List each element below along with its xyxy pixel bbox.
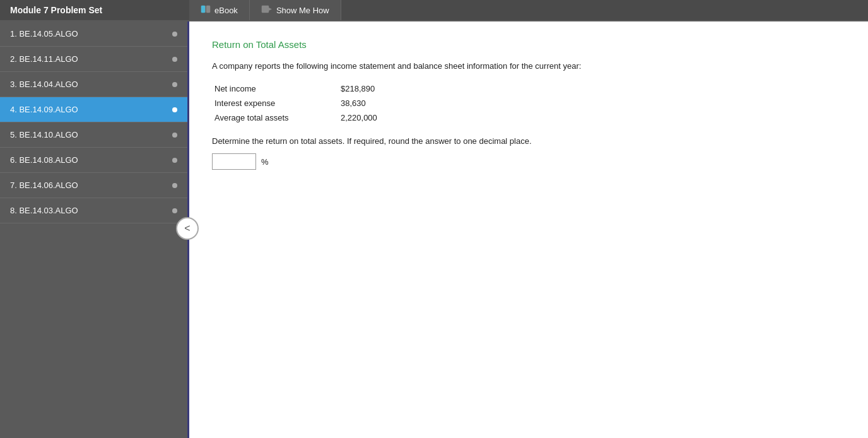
answer-row: % [212, 153, 845, 170]
sidebar-item-8-label: 8. BE.14.03.ALGO [10, 206, 78, 215]
sidebar-item-1-label: 1. BE.14.05.ALGO [10, 29, 78, 38]
sidebar-item-5-label: 5. BE.14.10.ALGO [10, 130, 78, 139]
sidebar-item-6-dot [172, 158, 177, 163]
tab-ebook-label: eBook [214, 6, 238, 15]
tab-show-me-how[interactable]: Show Me How [250, 0, 341, 20]
sidebar-item-3-label: 3. BE.14.04.ALGO [10, 80, 78, 89]
sidebar-item-8[interactable]: 8. BE.14.03.ALGO [0, 198, 187, 223]
tab-ebook[interactable]: eBook [189, 0, 250, 20]
data-label-3: Average total assets [214, 113, 341, 122]
sidebar-item-4-label: 4. BE.14.09.ALGO [10, 105, 78, 114]
svg-marker-4 [269, 8, 272, 11]
sidebar-item-4[interactable]: 4. BE.14.09.ALGO [0, 97, 187, 122]
svg-rect-3 [262, 6, 269, 13]
sidebar-item-3-dot [172, 82, 177, 87]
data-row-3: Average total assets 2,220,000 [214, 113, 845, 122]
data-value-3: 2,220,000 [341, 113, 404, 122]
answer-input[interactable] [212, 153, 256, 170]
svg-rect-0 [201, 6, 205, 13]
sidebar-item-4-dot [172, 107, 177, 112]
answer-unit: % [261, 157, 269, 167]
sidebar-item-2-dot [172, 57, 177, 62]
data-row-2: Interest expense 38,630 [214, 98, 845, 108]
sidebar: 1. BE.14.05.ALGO 2. BE.14.11.ALGO 3. BE.… [0, 21, 189, 438]
sidebar-item-7-dot [172, 183, 177, 188]
question-text: Determine the return on total assets. If… [212, 135, 845, 148]
data-value-2: 38,630 [341, 98, 404, 108]
sidebar-item-7[interactable]: 7. BE.14.06.ALGO [0, 173, 187, 198]
header: Module 7 Problem Set eBook Show Me How [0, 0, 868, 21]
sidebar-item-6-label: 6. BE.14.08.ALGO [10, 155, 78, 165]
svg-rect-1 [206, 6, 210, 13]
data-table: Net income $218,890 Interest expense 38,… [214, 84, 845, 122]
sidebar-item-1[interactable]: 1. BE.14.05.ALGO [0, 21, 187, 47]
content-area: Return on Total Assets A company reports… [189, 21, 868, 438]
sidebar-item-8-dot [172, 208, 177, 213]
video-icon [261, 5, 273, 15]
data-label-1: Net income [214, 84, 341, 93]
content-title: Return on Total Assets [212, 39, 845, 50]
sidebar-item-5[interactable]: 5. BE.14.10.ALGO [0, 122, 187, 148]
data-row-1: Net income $218,890 [214, 84, 845, 93]
content-intro: A company reports the following income s… [212, 60, 845, 73]
sidebar-item-2-label: 2. BE.14.11.ALGO [10, 54, 78, 64]
tab-show-me-how-label: Show Me How [276, 6, 329, 15]
sidebar-item-2[interactable]: 2. BE.14.11.ALGO [0, 47, 187, 72]
sidebar-collapse-button[interactable]: < [176, 217, 199, 240]
header-tabs: eBook Show Me How [189, 0, 341, 20]
book-icon [201, 5, 211, 15]
sidebar-item-3[interactable]: 3. BE.14.04.ALGO [0, 72, 187, 97]
main-layout: 1. BE.14.05.ALGO 2. BE.14.11.ALGO 3. BE.… [0, 21, 868, 438]
data-label-2: Interest expense [214, 98, 341, 108]
sidebar-item-1-dot [172, 32, 177, 37]
sidebar-item-5-dot [172, 133, 177, 138]
sidebar-item-7-label: 7. BE.14.06.ALGO [10, 181, 78, 190]
module-title: Module 7 Problem Set [0, 5, 189, 15]
data-value-1: $218,890 [341, 84, 404, 93]
sidebar-item-6[interactable]: 6. BE.14.08.ALGO [0, 148, 187, 173]
